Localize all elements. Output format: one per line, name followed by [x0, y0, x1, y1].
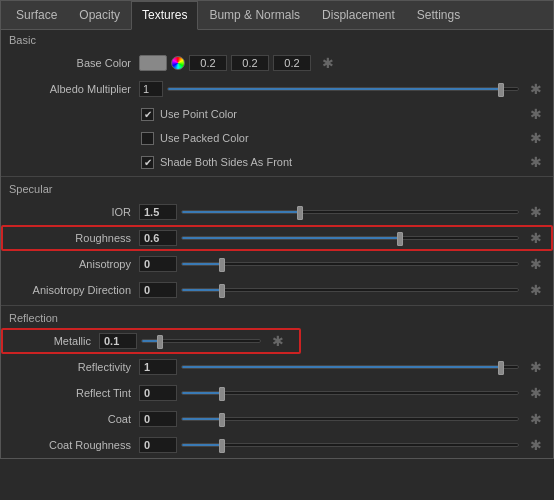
coat-label: Coat — [9, 413, 139, 425]
coat-value[interactable]: 0 — [139, 411, 177, 427]
color-wheel-icon[interactable] — [171, 56, 185, 70]
coat-slider[interactable] — [181, 411, 519, 427]
use-point-color-label: Use Point Color — [160, 108, 237, 120]
albedo-multiplier-input[interactable] — [139, 81, 163, 97]
reflect-tint-value[interactable]: 0 — [139, 385, 177, 401]
tab-bar: Surface Opacity Textures Bump & Normals … — [1, 1, 553, 30]
tab-surface[interactable]: Surface — [5, 1, 68, 29]
ior-value[interactable]: 1.5 — [139, 204, 177, 220]
roughness-content: 0.6 ✱ — [139, 229, 545, 247]
coat-roughness-label: Coat Roughness — [9, 439, 139, 451]
tab-opacity[interactable]: Opacity — [68, 1, 131, 29]
reflectivity-value[interactable]: 1 — [139, 359, 177, 375]
color-swatch[interactable] — [139, 55, 167, 71]
anisotropy-dir-value[interactable]: 0 — [139, 282, 177, 298]
reflection-section-header: Reflection — [1, 308, 553, 328]
use-point-color-gear[interactable]: ✱ — [527, 105, 545, 123]
coat-roughness-value[interactable]: 0 — [139, 437, 177, 453]
anisotropy-gear[interactable]: ✱ — [527, 255, 545, 273]
ior-row: IOR 1.5 ✱ — [1, 199, 553, 225]
tab-settings[interactable]: Settings — [406, 1, 471, 29]
reflect-tint-label: Reflect Tint — [9, 387, 139, 399]
main-panel: Surface Opacity Textures Bump & Normals … — [0, 0, 554, 459]
coat-row: Coat 0 ✱ — [1, 406, 553, 432]
roughness-row: Roughness 0.6 ✱ — [1, 225, 553, 251]
shade-both-sides-checkbox[interactable]: ✔ — [141, 156, 154, 169]
basic-section-header: Basic — [1, 30, 553, 50]
coat-roughness-gear[interactable]: ✱ — [527, 436, 545, 454]
coat-roughness-content: 0 ✱ — [139, 436, 545, 454]
reflect-tint-content: 0 ✱ — [139, 384, 545, 402]
check-icon2: ✔ — [144, 157, 152, 168]
metallic-row: Metallic 0.1 ✱ — [1, 328, 301, 354]
base-color-content: ✱ — [139, 54, 545, 72]
albedo-multiplier-label: Albedo Multiplier — [9, 83, 139, 95]
tab-textures[interactable]: Textures — [131, 1, 198, 30]
base-color-label: Base Color — [9, 57, 139, 69]
ior-content: 1.5 ✱ — [139, 203, 545, 221]
metallic-value[interactable]: 0.1 — [99, 333, 137, 349]
shade-both-sides-row: ✔ Shade Both Sides As Front ✱ — [1, 150, 553, 174]
coat-content: 0 ✱ — [139, 410, 545, 428]
albedo-multiplier-gear[interactable]: ✱ — [527, 80, 545, 98]
ior-gear[interactable]: ✱ — [527, 203, 545, 221]
base-color-r[interactable] — [189, 55, 227, 71]
anisotropy-dir-row: Anisotropy Direction 0 ✱ — [1, 277, 553, 303]
anisotropy-row: Anisotropy 0 ✱ — [1, 251, 553, 277]
ior-label: IOR — [9, 206, 139, 218]
base-color-g[interactable] — [231, 55, 269, 71]
check-icon: ✔ — [144, 109, 152, 120]
base-color-row: Base Color ✱ — [1, 50, 553, 76]
reflect-tint-gear[interactable]: ✱ — [527, 384, 545, 402]
roughness-slider[interactable] — [181, 230, 519, 246]
coat-gear[interactable]: ✱ — [527, 410, 545, 428]
anisotropy-label: Anisotropy — [9, 258, 139, 270]
shade-both-sides-label: Shade Both Sides As Front — [160, 156, 292, 168]
shade-both-sides-gear[interactable]: ✱ — [527, 153, 545, 171]
base-color-gear[interactable]: ✱ — [319, 54, 337, 72]
albedo-multiplier-content: ✱ — [139, 80, 545, 98]
use-point-color-checkbox[interactable]: ✔ — [141, 108, 154, 121]
roughness-value[interactable]: 0.6 — [139, 230, 177, 246]
specular-section-header: Specular — [1, 179, 553, 199]
reflectivity-slider[interactable] — [181, 359, 519, 375]
metallic-content: 0.1 ✱ — [99, 332, 293, 350]
anisotropy-dir-slider[interactable] — [181, 282, 519, 298]
metallic-slider[interactable] — [141, 333, 261, 349]
anisotropy-dir-label: Anisotropy Direction — [9, 284, 139, 296]
albedo-multiplier-slider[interactable] — [167, 81, 519, 97]
use-point-color-row: ✔ Use Point Color ✱ — [1, 102, 553, 126]
anisotropy-content: 0 ✱ — [139, 255, 545, 273]
use-packed-color-checkbox[interactable] — [141, 132, 154, 145]
anisotropy-value[interactable]: 0 — [139, 256, 177, 272]
albedo-multiplier-row: Albedo Multiplier ✱ — [1, 76, 553, 102]
coat-roughness-row: Coat Roughness 0 ✱ — [1, 432, 553, 458]
reflect-tint-slider[interactable] — [181, 385, 519, 401]
reflectivity-content: 1 ✱ — [139, 358, 545, 376]
anisotropy-dir-gear[interactable]: ✱ — [527, 281, 545, 299]
base-color-b[interactable] — [273, 55, 311, 71]
anisotropy-dir-content: 0 ✱ — [139, 281, 545, 299]
coat-roughness-slider[interactable] — [181, 437, 519, 453]
reflectivity-label: Reflectivity — [9, 361, 139, 373]
tab-bump-normals[interactable]: Bump & Normals — [198, 1, 311, 29]
tab-displacement[interactable]: Displacement — [311, 1, 406, 29]
reflectivity-gear[interactable]: ✱ — [527, 358, 545, 376]
metallic-label: Metallic — [9, 335, 99, 347]
metallic-gear[interactable]: ✱ — [269, 332, 287, 350]
use-packed-color-gear[interactable]: ✱ — [527, 129, 545, 147]
roughness-label: Roughness — [9, 232, 139, 244]
use-packed-color-label: Use Packed Color — [160, 132, 249, 144]
roughness-gear[interactable]: ✱ — [527, 229, 545, 247]
use-packed-color-row: Use Packed Color ✱ — [1, 126, 553, 150]
reflect-tint-row: Reflect Tint 0 ✱ — [1, 380, 553, 406]
reflectivity-row: Reflectivity 1 ✱ — [1, 354, 553, 380]
anisotropy-slider[interactable] — [181, 256, 519, 272]
ior-slider[interactable] — [181, 204, 519, 220]
